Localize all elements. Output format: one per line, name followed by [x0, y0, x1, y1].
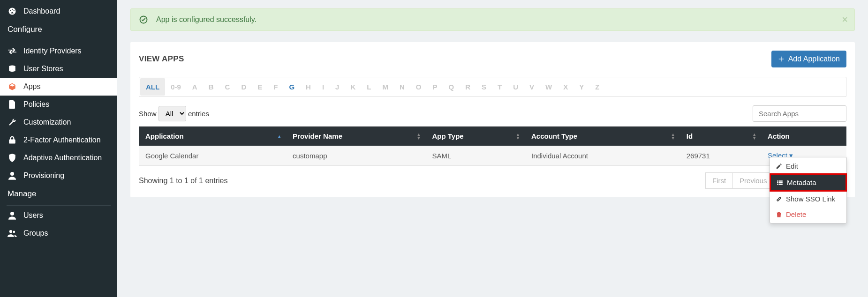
cell-provider: customapp	[286, 146, 425, 166]
alpha-filter-u[interactable]: U	[507, 78, 524, 96]
col-app-type[interactable]: App Type▲▼	[425, 126, 525, 146]
dropdown-edit[interactable]: Edit	[770, 158, 846, 174]
sidebar-item-label: Apps	[23, 82, 40, 91]
alpha-filter-k[interactable]: K	[345, 78, 361, 96]
svg-point-4	[13, 231, 15, 233]
sidebar-item-groups[interactable]: Groups	[0, 224, 117, 242]
apps-table: Application▲ Provider Name▲▼ App Type▲▼ …	[139, 126, 846, 166]
sidebar-item-identity-providers[interactable]: Identity Providers	[0, 42, 117, 60]
sort-icon: ▲▼	[671, 133, 675, 140]
alpha-filter-h[interactable]: H	[300, 78, 317, 96]
sidebar-item-label: Provisioning	[23, 171, 64, 180]
cell-application: Google Calendar	[139, 146, 286, 166]
action-dropdown-menu: Edit Metadata Show SSO Link Delete	[770, 157, 847, 223]
alpha-filter-t[interactable]: T	[492, 78, 507, 96]
svg-rect-10	[777, 184, 778, 185]
alpha-filter-q[interactable]: Q	[443, 78, 460, 96]
alpha-filter-e[interactable]: E	[252, 78, 268, 96]
svg-rect-9	[779, 182, 783, 183]
alpha-filter-x[interactable]: X	[558, 78, 574, 96]
alpha-filter-m[interactable]: M	[377, 78, 394, 96]
sidebar: Dashboard Configure Identity Providers U…	[0, 0, 117, 297]
show-label-prefix: Show	[139, 110, 157, 118]
alert-close-button[interactable]: ×	[842, 14, 848, 26]
list-icon	[777, 179, 783, 186]
sidebar-item-provisioning[interactable]: Provisioning	[0, 167, 117, 185]
sidebar-item-label: Dashboard	[23, 7, 60, 15]
dropdown-metadata[interactable]: Metadata	[770, 173, 847, 192]
lock-icon	[8, 136, 17, 144]
sidebar-item-users[interactable]: Users	[0, 207, 117, 224]
alpha-filter-p[interactable]: P	[427, 78, 443, 96]
alpha-filter-w[interactable]: W	[540, 78, 558, 96]
sidebar-item-customization[interactable]: Customization	[0, 113, 117, 131]
sidebar-item-label: Users	[23, 211, 43, 220]
user-icon	[8, 171, 17, 180]
dropdown-delete[interactable]: Delete	[770, 207, 846, 222]
entries-selector: Show All entries	[139, 106, 209, 121]
svg-rect-7	[779, 180, 783, 181]
svg-point-3	[9, 230, 12, 233]
col-id[interactable]: Id▲▼	[680, 126, 761, 146]
cell-app-type: SAML	[425, 146, 525, 166]
users-icon	[8, 230, 17, 237]
col-provider-name[interactable]: Provider Name▲▼	[286, 126, 425, 146]
sidebar-divider	[7, 205, 111, 206]
sidebar-group-configure: Configure	[0, 20, 117, 39]
alpha-filter-g[interactable]: G	[283, 78, 300, 96]
sidebar-item-user-stores[interactable]: User Stores	[0, 60, 117, 78]
sidebar-item-2fa[interactable]: 2-Factor Authentication	[0, 131, 117, 149]
cell-id: 269731	[680, 146, 761, 166]
alert-message: App is configured successfuly.	[156, 15, 257, 24]
alpha-filter-v[interactable]: V	[524, 78, 540, 96]
sidebar-item-apps[interactable]: Apps	[0, 78, 117, 96]
alpha-filter-b[interactable]: B	[203, 78, 219, 96]
alpha-filter-d[interactable]: D	[235, 78, 252, 96]
alpha-filter-0-9[interactable]: 0-9	[165, 78, 187, 96]
sidebar-item-dashboard[interactable]: Dashboard	[0, 2, 117, 20]
sidebar-divider	[7, 41, 111, 41]
sidebar-item-policies[interactable]: Policies	[0, 96, 117, 113]
col-account-type[interactable]: Account Type▲▼	[525, 126, 680, 146]
sidebar-item-adaptive-auth[interactable]: Adaptive Authentication	[0, 149, 117, 167]
main-content: App is configured successfuly. × VIEW AP…	[117, 0, 868, 297]
page-first[interactable]: First	[705, 172, 733, 189]
alpha-filter-y[interactable]: Y	[574, 78, 589, 96]
sidebar-item-label: Adaptive Authentication	[23, 154, 102, 162]
user-icon	[8, 211, 17, 220]
sort-asc-icon: ▲	[277, 134, 281, 138]
alpha-filter-c[interactable]: C	[219, 78, 236, 96]
alpha-filter-z[interactable]: Z	[589, 78, 605, 96]
sidebar-item-label: Customization	[23, 118, 71, 126]
check-circle-icon	[139, 15, 148, 24]
table-row: Google Calendar customapp SAML Individua…	[139, 146, 846, 166]
alpha-filter-o[interactable]: O	[410, 78, 427, 96]
alpha-filter-s[interactable]: S	[476, 78, 492, 96]
entries-select[interactable]: All	[159, 106, 186, 121]
trash-icon	[776, 211, 782, 218]
card-title: VIEW APPS	[139, 54, 184, 64]
dropdown-show-sso[interactable]: Show SSO Link	[770, 191, 846, 207]
alpha-filter-a[interactable]: A	[187, 78, 203, 96]
document-icon	[8, 100, 17, 109]
col-application[interactable]: Application▲	[139, 126, 286, 146]
alpha-filter-i[interactable]: I	[317, 78, 330, 96]
exchange-icon	[8, 48, 17, 54]
sidebar-item-label: Policies	[23, 100, 49, 109]
edit-icon	[776, 163, 782, 170]
alpha-filter-n[interactable]: N	[394, 78, 410, 96]
alpha-filter-l[interactable]: L	[361, 78, 377, 96]
alpha-filter-all[interactable]: ALL	[140, 78, 165, 96]
svg-rect-6	[777, 180, 778, 181]
sort-icon: ▲▼	[752, 133, 756, 140]
alpha-filter-j[interactable]: J	[330, 78, 345, 96]
alpha-filter-f[interactable]: F	[268, 78, 283, 96]
show-label-suffix: entries	[188, 110, 209, 118]
add-application-button[interactable]: Add Application	[771, 51, 846, 67]
page-previous[interactable]: Previous	[733, 172, 774, 189]
alpha-filter-r[interactable]: R	[460, 78, 476, 96]
svg-point-1	[10, 172, 14, 176]
svg-rect-11	[779, 184, 783, 185]
search-input[interactable]	[753, 105, 846, 122]
sidebar-item-label: 2-Factor Authentication	[23, 136, 101, 144]
